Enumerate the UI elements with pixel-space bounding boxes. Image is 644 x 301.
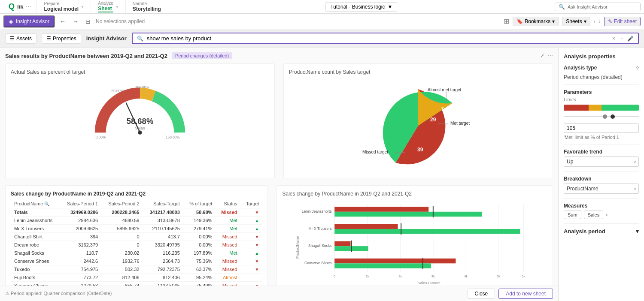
measure-sum[interactable]: Sum — [564, 211, 581, 219]
top-search[interactable]: 🔍 — [555, 3, 641, 11]
totals-period1: 324969.0286 — [60, 208, 101, 217]
arrow-right-icon[interactable]: → — [619, 36, 624, 42]
toolbar-right: ⊞ 🔖 Bookmarks ▾ Sheets ▾ ‹ › ✎ Edit shee… — [504, 17, 641, 26]
divider3 — [564, 171, 639, 172]
charts-row: Actual Sales as percent of target — [5, 63, 553, 178]
tutorial-button[interactable]: Tutorial - Business logic ▼ — [325, 2, 397, 12]
breakdown-select[interactable]: ProductName › — [564, 184, 639, 194]
svg-text:39: 39 — [417, 147, 423, 153]
breakdown-arrow: › — [634, 186, 636, 192]
narrate-sub[interactable]: Storytelling — [133, 6, 161, 12]
bottom-footer: ⚠ Period applied: Quarter comparison (Or… — [0, 286, 558, 301]
insight-icon: ◈ — [9, 18, 13, 25]
assets-button[interactable]: ☰ Assets — [5, 33, 36, 44]
divider2 — [564, 144, 639, 144]
bookmarks-button[interactable]: 🔖 Bookmarks ▾ — [513, 17, 559, 26]
menu-icon[interactable]: ⋯ — [548, 53, 553, 59]
prepare-sub[interactable]: Logical model — [44, 6, 79, 12]
met-limit-note: 'Met' limit as % of Period 1 — [564, 135, 639, 140]
met-limit-input[interactable] — [564, 123, 639, 133]
bar-chart-svg: Lenin Jeansshorts Mr X Trousers Shagall … — [282, 200, 547, 295]
period-note: ⚠ Period applied: Quarter comparison (Or… — [5, 291, 112, 296]
svg-text:7: 7 — [441, 106, 444, 112]
tutorial-label: Tutorial - Business logic — [330, 4, 385, 10]
logo-area: Q lik ⋯ — [3, 0, 37, 13]
nav-center: Tutorial - Business logic ▼ — [168, 2, 555, 12]
limits-slider — [564, 113, 639, 120]
table-header: ProductName 🔍 Sales-Period 1 Sales-Perio… — [11, 199, 262, 208]
ask-insight-input[interactable] — [568, 4, 637, 9]
selection-back-button[interactable]: ← — [58, 16, 67, 27]
measure-sales[interactable]: Sales — [584, 211, 604, 219]
col-target: Sales-Target — [143, 199, 183, 208]
selection-forward-button[interactable]: → — [71, 16, 80, 27]
divider — [564, 84, 639, 85]
bar-period2 — [335, 229, 520, 234]
svg-text:3k: 3k — [431, 274, 435, 278]
selection-lock-button[interactable]: ⊟ — [84, 16, 92, 27]
add-to-sheet-button[interactable]: Add to new sheet — [498, 289, 553, 299]
limits-green-segment — [601, 105, 639, 111]
col-pct: % of target — [183, 199, 216, 208]
footer-buttons: Close Add to new sheet — [468, 289, 553, 299]
divider5 — [564, 223, 639, 224]
sheets-chevron: ▾ — [584, 18, 586, 24]
analyze-sub[interactable]: Sheet — [98, 6, 113, 12]
mic-icon[interactable]: 🎤 — [627, 36, 634, 42]
pencil-icon: ✎ — [608, 18, 612, 24]
narrate-section: Narrate Storytelling — [126, 0, 168, 13]
slider-thumb-right[interactable] — [611, 114, 615, 119]
top-nav: Q lik ⋯ Prepare Logical model ▾ Analyze … — [0, 0, 644, 14]
close-button[interactable]: Close — [468, 289, 495, 299]
totals-name: Totals — [11, 208, 60, 217]
insight-search-input[interactable] — [147, 35, 609, 42]
analysis-properties-title: Analysis properties — [564, 53, 639, 60]
analyze-chevron: ▾ — [116, 4, 118, 10]
svg-text:0.00%: 0.00% — [96, 135, 106, 139]
expand-icon[interactable]: ⤢ — [540, 53, 544, 59]
clear-search-icon[interactable]: × — [612, 36, 615, 42]
sheets-button[interactable]: Sheets ▾ — [562, 17, 590, 26]
gauge-chart: Actual Sales as percent of target — [5, 63, 275, 178]
analysis-period-collapse[interactable]: Analysis period ▾ — [564, 228, 639, 235]
svg-text:Almost met target: Almost met target — [428, 87, 462, 92]
bar-chart-title: Sales change by ProductName in 2019-Q2 a… — [282, 191, 547, 197]
insight-search-icons: × → 🎤 — [612, 36, 634, 42]
totals-period2: 200228.2465 — [101, 208, 143, 217]
edit-sheet-label: Edit sheet — [614, 18, 637, 24]
grid-icon[interactable]: ⊞ — [504, 17, 509, 25]
properties-button[interactable]: ☰ Properties — [42, 33, 81, 44]
assets-label: Assets — [16, 36, 32, 42]
search-icon: 🔍 — [559, 4, 565, 10]
table-row: Shagall Socks110.7230.02116.235197.89%Me… — [11, 249, 262, 257]
svg-text:ProductName: ProductName — [295, 236, 300, 259]
bar-period1 — [335, 224, 398, 229]
data-table: ProductName 🔍 Sales-Period 1 Sales-Perio… — [11, 199, 262, 290]
insight-advisor-label: Insight Advisor — [86, 35, 127, 42]
favorable-trend-select[interactable]: Up › — [564, 157, 639, 167]
insight-btn-label: Insight Advisor — [16, 18, 49, 24]
gauge-title: Actual Sales as percent of target — [11, 69, 269, 75]
edit-sheet-button[interactable]: ✎ Edit sheet — [604, 17, 641, 26]
nav-left-icon[interactable]: ‹ — [594, 18, 595, 24]
toolbar: ◈ Insight Advisor ← → ⊟ No selections ap… — [0, 14, 644, 29]
table-row: Chantell Shirt3940413.70.00%Missed▼ — [11, 233, 262, 241]
help-icon[interactable]: ? — [636, 66, 639, 72]
search-col-icon[interactable]: 🔍 — [44, 202, 49, 206]
nav-right-icon[interactable]: › — [599, 18, 601, 24]
bar-period1 — [335, 207, 429, 211]
dots-menu[interactable]: ⋯ — [26, 3, 31, 10]
main-content: Sales results by ProductName between 201… — [0, 48, 644, 301]
totals-status: Missed — [216, 208, 240, 217]
measures-arrow: › — [606, 212, 608, 218]
slider-thumb-left[interactable] — [603, 114, 607, 119]
col-status: Status — [216, 199, 240, 208]
table-row: Mr X Trousers2009.66255895.99252110.1456… — [11, 225, 262, 233]
insight-search-field[interactable]: 🔍 × → 🎤 — [132, 33, 639, 44]
svg-text:Mr X Trousers: Mr X Trousers — [309, 226, 332, 231]
qlik-logo: Q — [9, 2, 15, 11]
bar-period1 — [335, 259, 456, 263]
bookmarks-label: Bookmarks — [525, 18, 550, 24]
limits-label: Limits — [564, 97, 639, 102]
insight-advisor-button[interactable]: ◈ Insight Advisor — [3, 15, 55, 27]
